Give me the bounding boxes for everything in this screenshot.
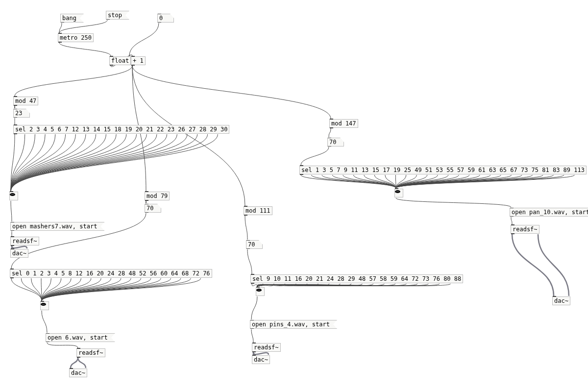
label: bang <box>62 15 76 22</box>
sel-c-object[interactable]: sel 9 10 11 16 20 21 24 28 29 48 57 58 5… <box>250 274 463 283</box>
open-pins-message[interactable]: open pins_4.wav, start <box>250 320 337 329</box>
readsf-c-object[interactable]: readsf~ <box>252 343 281 352</box>
bang-b[interactable] <box>40 301 49 310</box>
dac-b-object[interactable]: dac~ <box>69 368 87 377</box>
label: open pan_10.wav, start <box>512 209 588 216</box>
text: sel 1 3 5 7 9 11 13 15 17 19 25 49 51 53… <box>301 167 585 173</box>
label: stop <box>108 12 122 19</box>
mod-79-object[interactable]: mod 79 <box>145 192 170 200</box>
label: open 6.wav, start <box>48 334 108 341</box>
text: dac~ <box>554 297 568 304</box>
text: float <box>111 57 129 64</box>
bang-a[interactable] <box>9 192 18 200</box>
open-mashers-message[interactable]: open mashers7.wav, start <box>10 222 104 231</box>
text: readsf~ <box>513 226 538 233</box>
plus-one-object[interactable]: + 1 <box>131 56 146 65</box>
value: 0 <box>159 15 163 22</box>
sel-d-object[interactable]: sel 1 3 5 7 9 11 13 15 17 19 25 49 51 53… <box>299 166 587 174</box>
text: dac~ <box>71 369 85 376</box>
text: dac~ <box>12 250 26 257</box>
mod-147-object[interactable]: mod 147 <box>329 119 358 128</box>
sel-b-object[interactable]: sel 0 1 2 3 4 5 8 12 16 20 24 28 48 52 5… <box>10 269 212 278</box>
value: 70 <box>248 241 255 248</box>
mod-47-number[interactable]: 23 <box>13 109 30 118</box>
mod-111-object[interactable]: mod 111 <box>244 206 272 215</box>
text: sel 0 1 2 3 4 5 8 12 16 20 24 28 48 52 5… <box>12 270 210 277</box>
readsf-d-object[interactable]: readsf~ <box>511 225 539 234</box>
text: mod 79 <box>147 193 168 199</box>
mod-111-number[interactable]: 70 <box>246 240 263 249</box>
value: 23 <box>15 110 22 117</box>
counter-reset-number[interactable]: 0 <box>157 14 174 23</box>
mod-47-object[interactable]: mod 47 <box>13 97 38 105</box>
dac-d-object[interactable]: dac~ <box>552 296 570 305</box>
label: open pins_4.wav, start <box>252 321 330 328</box>
bang-d[interactable] <box>394 189 403 197</box>
label: open mashers7.wav, start <box>12 223 97 230</box>
readsf-a-object[interactable]: readsf~ <box>10 237 39 245</box>
readsf-b-object[interactable]: readsf~ <box>76 348 105 357</box>
value: 70 <box>329 139 336 146</box>
text: mod 111 <box>245 207 270 214</box>
text: mod 47 <box>15 98 36 104</box>
sel-a-object[interactable]: sel 2 3 4 5 6 7 12 13 14 15 18 19 20 21 … <box>13 125 229 134</box>
open-6wav-message[interactable]: open 6.wav, start <box>46 333 115 342</box>
value: 70 <box>147 205 153 212</box>
metro-object[interactable]: metro 250 <box>58 33 94 42</box>
text: metro 250 <box>60 34 92 41</box>
text: dac~ <box>254 356 268 363</box>
dac-a-object[interactable]: dac~ <box>10 249 28 258</box>
text: + 1 <box>133 57 144 64</box>
text: sel 9 10 11 16 20 21 24 28 29 48 57 58 5… <box>252 275 461 282</box>
text: sel 2 3 4 5 6 7 12 13 14 15 18 19 20 21 … <box>15 126 227 133</box>
text: readsf~ <box>12 238 37 245</box>
bang-message[interactable]: bang <box>60 14 84 23</box>
mod-79-number[interactable]: 70 <box>145 204 161 213</box>
open-pan-message[interactable]: open pan_10.wav, start <box>510 208 588 217</box>
stop-message[interactable]: stop <box>106 11 129 20</box>
text: mod 147 <box>331 120 356 127</box>
dac-c-object[interactable]: dac~ <box>252 355 270 364</box>
bang-c[interactable] <box>256 287 265 296</box>
text: readsf~ <box>78 349 103 356</box>
mod-147-number[interactable]: 70 <box>327 138 344 147</box>
float-object[interactable]: float <box>109 56 131 65</box>
text: readsf~ <box>254 344 279 351</box>
